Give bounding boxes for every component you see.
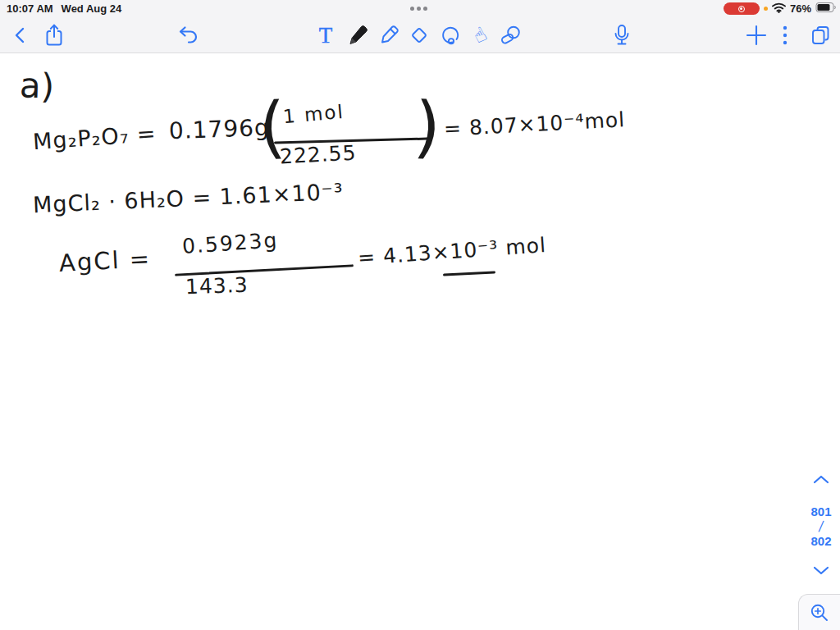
next-page-button[interactable]	[813, 564, 829, 578]
handwriting-eq1-frac-denominator: 222.55	[279, 143, 357, 167]
drawing-canvas[interactable]: a) Mg₂P₂O₇ = 0.1796g ( 1 mol 222.55 ) = …	[0, 54, 840, 630]
handwriting-eq3-lhs: AgCl =	[58, 247, 151, 276]
pen-icon	[345, 23, 370, 48]
handwriting-eq3-result: = 4.13×10⁻³ mol	[357, 235, 546, 268]
pen-tool-button[interactable]	[345, 22, 371, 48]
chevron-down-icon	[815, 568, 828, 573]
eraser-tool-button[interactable]	[406, 22, 432, 48]
battery-icon	[815, 2, 837, 16]
privacy-indicator-icon	[764, 7, 768, 11]
clock-time: 10:07 AM	[7, 2, 53, 15]
more-options-button[interactable]	[774, 22, 796, 48]
magnifier-plus-icon	[809, 602, 830, 623]
handwriting-eq1-mass: 0.1796g	[169, 116, 271, 143]
wifi-icon	[772, 2, 786, 16]
multitask-handle-icon[interactable]	[410, 7, 427, 11]
highlighter-icon	[377, 23, 401, 48]
zoom-panel-button[interactable]	[798, 594, 840, 630]
handwriting-eq2: MgCl₂ · 6H₂O = 1.61×10⁻³	[33, 180, 345, 217]
pages-icon	[808, 23, 833, 48]
handwriting-eq1-result: = 8.07×10⁻⁴mol	[443, 109, 625, 139]
add-page-button[interactable]	[743, 22, 769, 48]
back-button[interactable]	[7, 22, 34, 48]
eraser-icon	[407, 23, 431, 48]
text-tool-icon: T	[319, 25, 333, 47]
chevron-up-icon	[815, 477, 828, 482]
handwriting-eq3-underline	[443, 271, 495, 276]
current-page-number: 801	[810, 505, 831, 518]
record-audio-button[interactable]	[609, 22, 635, 48]
undo-button[interactable]	[176, 22, 202, 48]
status-bar: 10:07 AM Wed Aug 24 76%	[0, 0, 840, 18]
pointing-hand-icon: ☝	[469, 22, 491, 48]
microphone-icon	[611, 23, 632, 48]
battery-percent-label: 76%	[790, 2, 811, 15]
previous-page-button[interactable]	[813, 472, 829, 487]
lasso-icon	[437, 23, 462, 48]
page-manager-button[interactable]	[807, 22, 833, 48]
toolbar: T ☝	[0, 18, 840, 53]
handwriting-part-label: a)	[19, 68, 55, 103]
handwriting-eq3-frac-numerator: 0.5923g	[181, 230, 279, 257]
text-tool-button[interactable]: T	[313, 22, 339, 48]
highlighter-tool-button[interactable]	[376, 22, 402, 48]
hand-tool-button[interactable]: ☝	[467, 22, 493, 48]
pen-ring-icon	[498, 23, 523, 48]
tape-tool-button[interactable]	[497, 22, 523, 48]
lasso-tool-button[interactable]	[436, 22, 463, 48]
plus-icon	[745, 24, 768, 47]
page-divider: /	[818, 517, 825, 535]
page-navigator: 801 / 802	[802, 472, 840, 578]
total-page-number: 802	[810, 535, 831, 547]
kebab-icon	[782, 25, 788, 46]
handwriting-eq1-frac-numerator: 1 mol	[282, 103, 345, 126]
handwriting-eq1-lhs: Mg₂P₂O₇ =	[32, 122, 157, 153]
share-button[interactable]	[41, 22, 67, 48]
handwriting-eq3-frac-denominator: 143.3	[185, 275, 249, 298]
handwriting-eq1-close-paren: )	[413, 93, 442, 162]
status-date: Wed Aug 24	[62, 2, 122, 15]
screen-recording-indicator-icon[interactable]	[724, 2, 760, 15]
